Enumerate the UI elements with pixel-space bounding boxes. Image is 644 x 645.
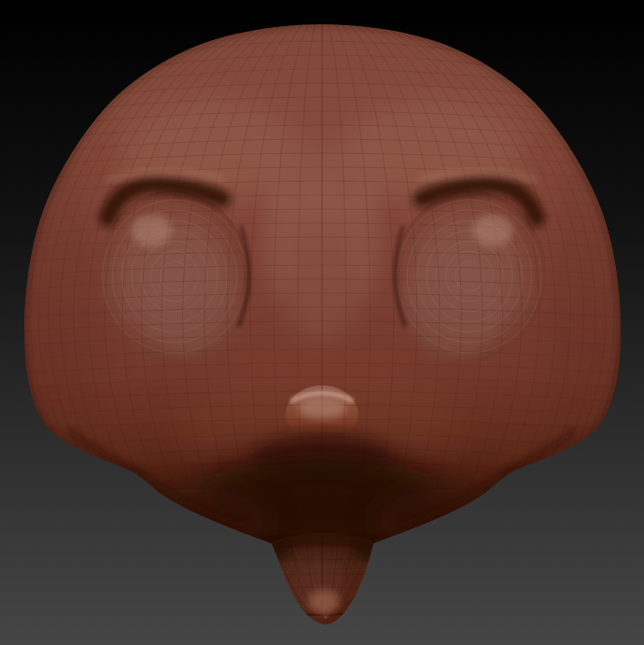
nose-sheen <box>298 397 346 419</box>
left-socket-catchlight <box>131 215 172 246</box>
sculpt-render <box>0 0 644 645</box>
viewport-canvas[interactable] <box>0 0 644 645</box>
chin-tip-highlight <box>308 590 340 614</box>
right-socket-catchlight <box>472 215 513 246</box>
